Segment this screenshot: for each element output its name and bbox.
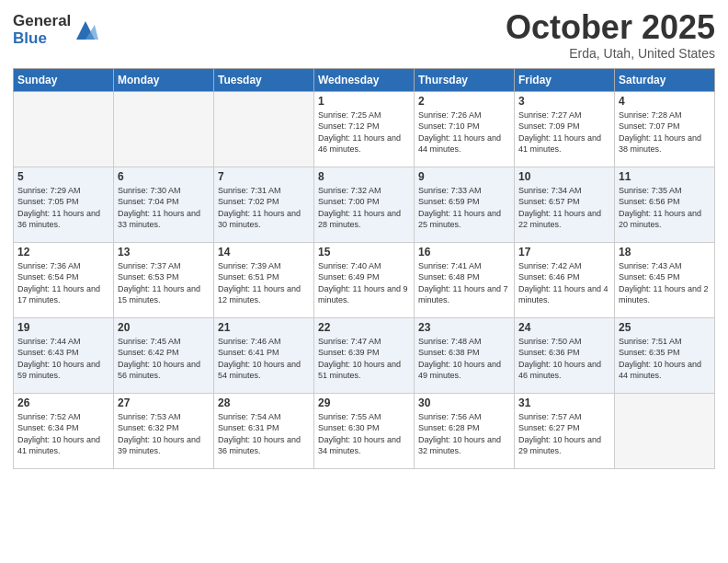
day-header-saturday: Saturday — [615, 68, 715, 91]
calendar-cell: 22Sunrise: 7:47 AM Sunset: 6:39 PM Dayli… — [314, 317, 415, 393]
logo-icon — [73, 17, 98, 43]
day-info: Sunrise: 7:50 AM Sunset: 6:36 PM Dayligh… — [518, 336, 610, 382]
calendar-cell: 24Sunrise: 7:50 AM Sunset: 6:36 PM Dayli… — [515, 317, 615, 393]
day-header-sunday: Sunday — [14, 68, 114, 91]
calendar-cell: 2Sunrise: 7:26 AM Sunset: 7:10 PM Daylig… — [415, 91, 515, 167]
calendar-week-row: 12Sunrise: 7:36 AM Sunset: 6:54 PM Dayli… — [14, 242, 715, 317]
day-info: Sunrise: 7:41 AM Sunset: 6:48 PM Dayligh… — [418, 260, 510, 306]
day-number: 15 — [318, 246, 410, 259]
day-info: Sunrise: 7:51 AM Sunset: 6:35 PM Dayligh… — [619, 336, 711, 382]
day-info: Sunrise: 7:29 AM Sunset: 7:05 PM Dayligh… — [17, 185, 109, 231]
day-info: Sunrise: 7:25 AM Sunset: 7:12 PM Dayligh… — [318, 109, 410, 155]
day-info: Sunrise: 7:31 AM Sunset: 7:02 PM Dayligh… — [218, 185, 310, 231]
calendar-cell: 23Sunrise: 7:48 AM Sunset: 6:38 PM Dayli… — [415, 317, 515, 393]
day-number: 7 — [218, 170, 310, 183]
day-header-friday: Friday — [515, 68, 615, 91]
day-number: 26 — [17, 396, 109, 409]
calendar-cell: 8Sunrise: 7:32 AM Sunset: 7:00 PM Daylig… — [314, 167, 415, 242]
day-number: 10 — [518, 170, 610, 183]
day-number: 30 — [418, 396, 510, 409]
calendar-cell: 7Sunrise: 7:31 AM Sunset: 7:02 PM Daylig… — [214, 167, 314, 242]
header: General Blue October 2025 Erda, Utah, Un… — [13, 9, 715, 61]
calendar-cell: 4Sunrise: 7:28 AM Sunset: 7:07 PM Daylig… — [615, 91, 715, 167]
day-number: 31 — [518, 396, 610, 409]
calendar-cell: 14Sunrise: 7:39 AM Sunset: 6:51 PM Dayli… — [214, 242, 314, 317]
calendar-table: SundayMondayTuesdayWednesdayThursdayFrid… — [13, 68, 715, 469]
calendar-cell: 18Sunrise: 7:43 AM Sunset: 6:45 PM Dayli… — [615, 242, 715, 317]
logo-blue-text: Blue — [13, 30, 71, 48]
day-info: Sunrise: 7:42 AM Sunset: 6:46 PM Dayligh… — [518, 260, 610, 306]
day-info: Sunrise: 7:35 AM Sunset: 6:56 PM Dayligh… — [619, 185, 711, 231]
calendar-cell: 29Sunrise: 7:55 AM Sunset: 6:30 PM Dayli… — [314, 393, 415, 468]
day-info: Sunrise: 7:27 AM Sunset: 7:09 PM Dayligh… — [518, 109, 610, 155]
day-info: Sunrise: 7:44 AM Sunset: 6:43 PM Dayligh… — [17, 336, 109, 382]
calendar-cell: 13Sunrise: 7:37 AM Sunset: 6:53 PM Dayli… — [114, 242, 214, 317]
calendar-cell: 11Sunrise: 7:35 AM Sunset: 6:56 PM Dayli… — [615, 167, 715, 242]
logo-general-text: General — [13, 13, 71, 30]
day-number: 11 — [619, 170, 711, 183]
calendar-cell: 9Sunrise: 7:33 AM Sunset: 6:59 PM Daylig… — [415, 167, 515, 242]
day-info: Sunrise: 7:26 AM Sunset: 7:10 PM Dayligh… — [418, 109, 510, 155]
day-info: Sunrise: 7:45 AM Sunset: 6:42 PM Dayligh… — [118, 336, 210, 382]
day-number: 25 — [619, 321, 711, 334]
day-number: 1 — [318, 95, 410, 108]
calendar-cell: 19Sunrise: 7:44 AM Sunset: 6:43 PM Dayli… — [14, 317, 114, 393]
subtitle: Erda, Utah, United States — [506, 46, 715, 61]
day-info: Sunrise: 7:28 AM Sunset: 7:07 PM Dayligh… — [619, 109, 711, 155]
logo: General Blue — [13, 13, 98, 47]
day-info: Sunrise: 7:54 AM Sunset: 6:31 PM Dayligh… — [218, 411, 310, 457]
day-header-monday: Monday — [114, 68, 214, 91]
day-number: 3 — [518, 95, 610, 108]
calendar-week-row: 1Sunrise: 7:25 AM Sunset: 7:12 PM Daylig… — [14, 91, 715, 167]
day-number: 28 — [218, 396, 310, 409]
calendar-cell — [114, 91, 214, 167]
day-number: 21 — [218, 321, 310, 334]
day-number: 17 — [518, 246, 610, 259]
day-info: Sunrise: 7:40 AM Sunset: 6:49 PM Dayligh… — [318, 260, 410, 306]
calendar-cell: 21Sunrise: 7:46 AM Sunset: 6:41 PM Dayli… — [214, 317, 314, 393]
day-number: 18 — [619, 246, 711, 259]
calendar-cell: 1Sunrise: 7:25 AM Sunset: 7:12 PM Daylig… — [314, 91, 415, 167]
day-number: 16 — [418, 246, 510, 259]
calendar-cell: 28Sunrise: 7:54 AM Sunset: 6:31 PM Dayli… — [214, 393, 314, 468]
day-info: Sunrise: 7:56 AM Sunset: 6:28 PM Dayligh… — [418, 411, 510, 457]
calendar-cell: 25Sunrise: 7:51 AM Sunset: 6:35 PM Dayli… — [615, 317, 715, 393]
day-number: 13 — [118, 246, 210, 259]
calendar-cell: 17Sunrise: 7:42 AM Sunset: 6:46 PM Dayli… — [515, 242, 615, 317]
day-info: Sunrise: 7:39 AM Sunset: 6:51 PM Dayligh… — [218, 260, 310, 306]
calendar-cell: 10Sunrise: 7:34 AM Sunset: 6:57 PM Dayli… — [515, 167, 615, 242]
day-number: 12 — [17, 246, 109, 259]
calendar-cell: 31Sunrise: 7:57 AM Sunset: 6:27 PM Dayli… — [515, 393, 615, 468]
calendar-header-row: SundayMondayTuesdayWednesdayThursdayFrid… — [14, 68, 715, 91]
day-info: Sunrise: 7:52 AM Sunset: 6:34 PM Dayligh… — [17, 411, 109, 457]
day-number: 2 — [418, 95, 510, 108]
title-block: October 2025 Erda, Utah, United States — [506, 9, 715, 61]
calendar-cell: 30Sunrise: 7:56 AM Sunset: 6:28 PM Dayli… — [415, 393, 515, 468]
day-number: 9 — [418, 170, 510, 183]
calendar-cell: 6Sunrise: 7:30 AM Sunset: 7:04 PM Daylig… — [114, 167, 214, 242]
day-info: Sunrise: 7:53 AM Sunset: 6:32 PM Dayligh… — [118, 411, 210, 457]
day-info: Sunrise: 7:32 AM Sunset: 7:00 PM Dayligh… — [318, 185, 410, 231]
day-number: 19 — [17, 321, 109, 334]
calendar-cell — [615, 393, 715, 468]
calendar-cell: 27Sunrise: 7:53 AM Sunset: 6:32 PM Dayli… — [114, 393, 214, 468]
calendar-cell: 5Sunrise: 7:29 AM Sunset: 7:05 PM Daylig… — [14, 167, 114, 242]
day-number: 22 — [318, 321, 410, 334]
calendar-cell: 3Sunrise: 7:27 AM Sunset: 7:09 PM Daylig… — [515, 91, 615, 167]
day-info: Sunrise: 7:34 AM Sunset: 6:57 PM Dayligh… — [518, 185, 610, 231]
month-title: October 2025 — [506, 9, 715, 46]
calendar-cell: 26Sunrise: 7:52 AM Sunset: 6:34 PM Dayli… — [14, 393, 114, 468]
calendar-cell: 20Sunrise: 7:45 AM Sunset: 6:42 PM Dayli… — [114, 317, 214, 393]
calendar-week-row: 26Sunrise: 7:52 AM Sunset: 6:34 PM Dayli… — [14, 393, 715, 468]
day-info: Sunrise: 7:46 AM Sunset: 6:41 PM Dayligh… — [218, 336, 310, 382]
day-number: 6 — [118, 170, 210, 183]
day-number: 24 — [518, 321, 610, 334]
day-number: 23 — [418, 321, 510, 334]
day-info: Sunrise: 7:48 AM Sunset: 6:38 PM Dayligh… — [418, 336, 510, 382]
day-number: 20 — [118, 321, 210, 334]
calendar-week-row: 5Sunrise: 7:29 AM Sunset: 7:05 PM Daylig… — [14, 167, 715, 242]
day-info: Sunrise: 7:36 AM Sunset: 6:54 PM Dayligh… — [17, 260, 109, 306]
calendar-cell — [14, 91, 114, 167]
day-header-thursday: Thursday — [415, 68, 515, 91]
day-number: 14 — [218, 246, 310, 259]
